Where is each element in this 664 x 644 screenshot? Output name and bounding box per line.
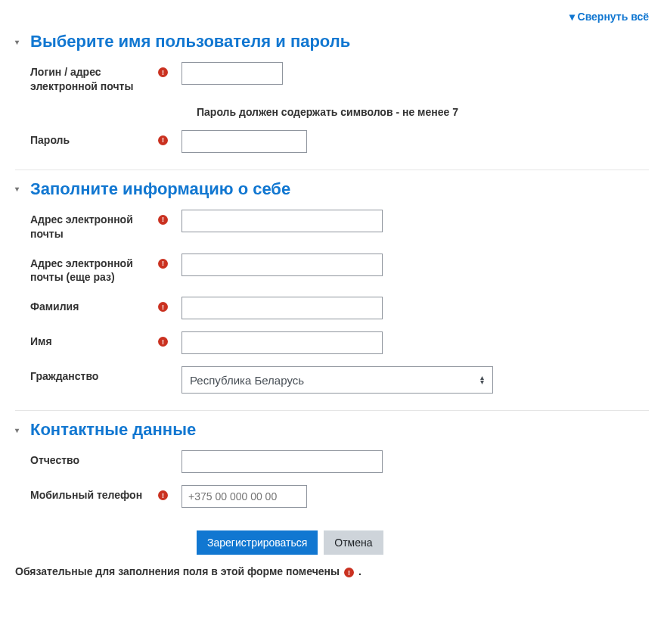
section-contact-toggle[interactable]: ▾ Контактные данные xyxy=(15,420,649,440)
lastname-label: Фамилия xyxy=(30,300,79,314)
required-icon: ! xyxy=(158,215,168,225)
section-contact: ▾ Контактные данные Отчество Мобильный т… xyxy=(15,420,649,523)
field-row-login: Логин / адрес электронной почты ! xyxy=(30,62,649,94)
required-icon: ! xyxy=(158,67,168,77)
section-title: Заполните информацию о себе xyxy=(30,179,290,199)
required-icon: ! xyxy=(158,259,168,269)
caret-down-icon: ▾ xyxy=(569,11,575,23)
section-about: ▾ Заполните информацию о себе Адрес элек… xyxy=(15,179,649,412)
field-row-password: Пароль ! xyxy=(30,130,649,153)
required-icon: ! xyxy=(344,568,354,577)
patronymic-input[interactable] xyxy=(182,450,383,473)
mobile-label: Мобильный телефон xyxy=(30,488,142,502)
password-hint: Пароль должен содержать символов - не ме… xyxy=(182,106,649,118)
citizenship-label: Гражданство xyxy=(30,369,98,384)
cancel-button[interactable]: Отмена xyxy=(324,530,383,555)
field-row-email-confirm: Адрес электронной почты (еще раз) ! xyxy=(30,254,649,285)
password-input[interactable] xyxy=(182,130,307,153)
footnote-text: Обязательные для заполнения поля в этой … xyxy=(15,565,340,577)
caret-down-icon: ▾ xyxy=(15,426,24,434)
section-credentials-toggle[interactable]: ▾ Выберите имя пользователя и пароль xyxy=(15,32,649,51)
citizenship-select[interactable]: Республика Беларусь xyxy=(182,366,493,394)
patronymic-label: Отчество xyxy=(30,453,79,468)
field-row-mobile: Мобильный телефон ! xyxy=(30,485,649,508)
field-row-citizenship: Гражданство Республика Беларусь ▴▾ xyxy=(30,366,649,394)
login-label: Логин / адрес электронной почты xyxy=(30,65,158,94)
field-row-firstname: Имя ! xyxy=(30,331,649,354)
mobile-input[interactable] xyxy=(182,485,307,508)
section-credentials: ▾ Выберите имя пользователя и пароль Лог… xyxy=(15,32,649,170)
caret-down-icon: ▾ xyxy=(15,38,24,46)
password-label: Пароль xyxy=(30,133,70,148)
field-row-email: Адрес электронной почты ! xyxy=(30,210,649,241)
email-confirm-label: Адрес электронной почты (еще раз) xyxy=(30,257,158,285)
email-confirm-input[interactable] xyxy=(182,254,383,276)
required-icon: ! xyxy=(158,135,168,145)
firstname-label: Имя xyxy=(30,334,52,349)
section-about-toggle[interactable]: ▾ Заполните информацию о себе xyxy=(15,179,649,199)
required-icon: ! xyxy=(158,302,168,312)
required-icon: ! xyxy=(158,490,168,500)
firstname-input[interactable] xyxy=(182,331,383,354)
required-icon: ! xyxy=(158,337,168,347)
footnote-dot: . xyxy=(358,565,361,577)
section-title: Контактные данные xyxy=(30,420,196,440)
section-title: Выберите имя пользователя и пароль xyxy=(30,32,350,51)
email-label: Адрес электронной почты xyxy=(30,213,158,241)
field-row-patronymic: Отчество xyxy=(30,450,649,473)
email-input[interactable] xyxy=(182,210,383,232)
login-input[interactable] xyxy=(182,62,283,85)
required-footnote: Обязательные для заполнения поля в этой … xyxy=(15,565,649,577)
lastname-input[interactable] xyxy=(182,297,383,319)
form-actions: Зарегистрироваться Отмена xyxy=(197,530,649,555)
collapse-all-link[interactable]: ▾ Свернуть всё xyxy=(569,11,649,23)
field-row-lastname: Фамилия ! xyxy=(30,297,649,319)
caret-down-icon: ▾ xyxy=(15,185,24,193)
submit-button[interactable]: Зарегистрироваться xyxy=(197,530,318,555)
collapse-all-label: Свернуть всё xyxy=(578,11,649,23)
